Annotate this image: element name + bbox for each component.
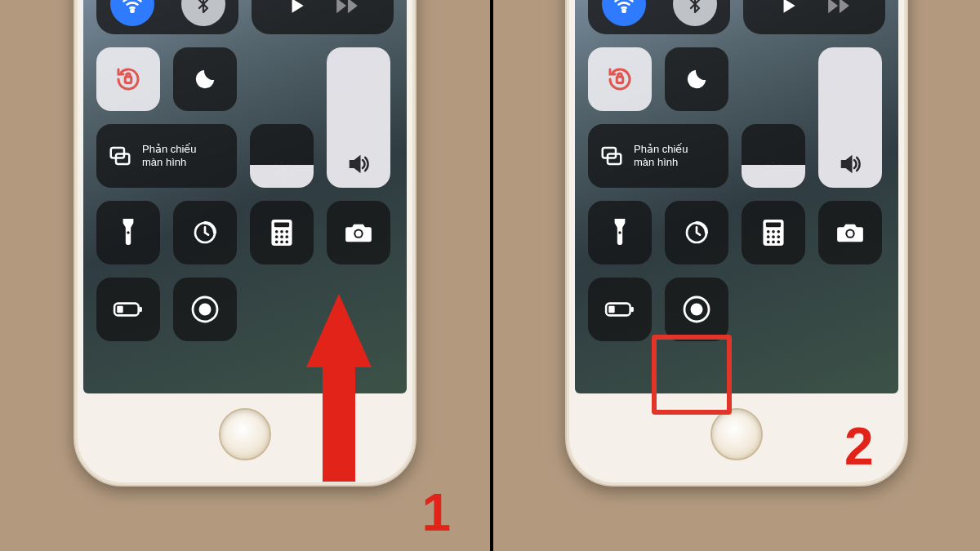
timer-icon: [684, 220, 710, 246]
calculator-icon: [271, 220, 292, 246]
timer-icon: [192, 220, 218, 246]
rotation-lock-toggle[interactable]: [96, 47, 160, 111]
svg-point-40: [767, 241, 770, 244]
next-track-icon[interactable]: [826, 0, 851, 15]
svg-rect-22: [117, 306, 122, 313]
svg-point-13: [280, 235, 283, 238]
do-not-disturb-icon: [193, 67, 217, 91]
svg-point-11: [285, 230, 288, 233]
wifi-toggle[interactable]: [110, 0, 154, 26]
svg-point-19: [355, 231, 361, 237]
rotation-lock-toggle[interactable]: [588, 47, 652, 111]
step-1-pane: Phản chiếu màn hình: [0, 0, 490, 551]
volume-icon: [838, 152, 862, 176]
brightness-slider[interactable]: [742, 124, 805, 188]
screen-record-button[interactable]: [173, 278, 237, 341]
bluetooth-icon: [685, 0, 705, 14]
flashlight-icon: [119, 219, 137, 247]
svg-point-15: [275, 241, 278, 244]
flashlight-icon: [611, 219, 629, 247]
screen-record-button[interactable]: [665, 278, 728, 341]
svg-point-39: [777, 235, 780, 238]
step-2-highlight: [652, 335, 732, 415]
home-button[interactable]: [219, 408, 271, 460]
calculator-icon: [763, 220, 784, 246]
connectivity-panel[interactable]: [96, 0, 238, 34]
svg-point-36: [777, 230, 780, 233]
screen-record-icon: [190, 295, 220, 324]
svg-point-17: [285, 241, 288, 244]
camera-button[interactable]: [818, 201, 882, 264]
svg-point-44: [847, 231, 853, 237]
svg-point-35: [772, 230, 775, 233]
screen-mirror-icon: [108, 144, 132, 168]
step-1-label: 1: [421, 482, 451, 543]
volume-slider[interactable]: [818, 47, 882, 188]
flashlight-button[interactable]: [588, 201, 652, 264]
media-panel[interactable]: [743, 0, 885, 34]
svg-point-5: [127, 231, 129, 233]
volume-slider[interactable]: [327, 47, 390, 188]
svg-point-25: [622, 10, 625, 12]
do-not-disturb-icon: [684, 67, 709, 91]
svg-rect-8: [274, 222, 289, 227]
svg-point-12: [275, 235, 278, 238]
next-track-icon[interactable]: [335, 0, 359, 15]
dnd-toggle[interactable]: [173, 47, 237, 111]
screen-mirroring-button[interactable]: Phản chiếu màn hình: [96, 124, 237, 188]
connectivity-panel[interactable]: [588, 0, 730, 34]
control-center[interactable]: Phản chiếu màn hình: [575, 0, 898, 393]
media-panel[interactable]: [252, 0, 394, 34]
svg-point-16: [280, 241, 283, 244]
screen-mirror-icon: [599, 144, 624, 168]
svg-point-0: [131, 10, 133, 12]
play-icon[interactable]: [777, 0, 799, 16]
svg-point-41: [772, 241, 775, 244]
brightness-slider[interactable]: [250, 124, 314, 188]
svg-rect-46: [631, 307, 634, 312]
screen-mirroring-label: Phản chiếu màn hình: [634, 143, 688, 170]
low-power-button[interactable]: [96, 278, 160, 341]
calculator-button[interactable]: [250, 201, 314, 264]
svg-point-49: [691, 304, 703, 316]
screen-mirroring-button[interactable]: Phản chiếu màn hình: [588, 124, 728, 188]
wifi-toggle[interactable]: [602, 0, 646, 26]
phone-frame: Phản chiếu màn hình: [565, 0, 908, 487]
camera-button[interactable]: [327, 201, 390, 264]
screen-record-icon: [682, 295, 711, 324]
svg-rect-47: [608, 306, 614, 313]
play-icon[interactable]: [286, 0, 307, 16]
svg-point-34: [767, 230, 770, 233]
low-power-icon: [604, 300, 635, 318]
flashlight-button[interactable]: [96, 201, 160, 264]
step-2-pane: Phản chiếu màn hình: [490, 0, 980, 551]
rotation-lock-icon: [114, 64, 143, 94]
bluetooth-toggle[interactable]: [181, 0, 225, 26]
swipe-up-arrow: [306, 294, 372, 482]
home-button[interactable]: [710, 408, 763, 460]
svg-point-9: [275, 230, 278, 233]
step-2-label: 2: [844, 416, 874, 477]
svg-point-14: [285, 235, 288, 238]
svg-point-24: [199, 304, 212, 316]
timer-button[interactable]: [173, 201, 237, 264]
wifi-icon: [612, 0, 635, 16]
wifi-icon: [121, 0, 144, 16]
low-power-icon: [113, 300, 144, 318]
svg-point-42: [777, 241, 780, 244]
calculator-button[interactable]: [742, 201, 805, 264]
low-power-button[interactable]: [588, 278, 652, 341]
svg-point-30: [618, 231, 621, 233]
timer-button[interactable]: [665, 201, 728, 264]
rotation-lock-icon: [605, 64, 635, 94]
bluetooth-toggle[interactable]: [673, 0, 717, 26]
svg-point-37: [767, 235, 770, 238]
svg-point-10: [280, 230, 283, 233]
dnd-toggle[interactable]: [665, 47, 728, 111]
volume-icon: [346, 152, 371, 176]
bluetooth-icon: [194, 0, 213, 14]
screen-mirroring-label: Phản chiếu màn hình: [142, 143, 197, 170]
svg-rect-21: [140, 307, 142, 312]
svg-rect-33: [766, 222, 781, 227]
svg-point-38: [772, 235, 775, 238]
